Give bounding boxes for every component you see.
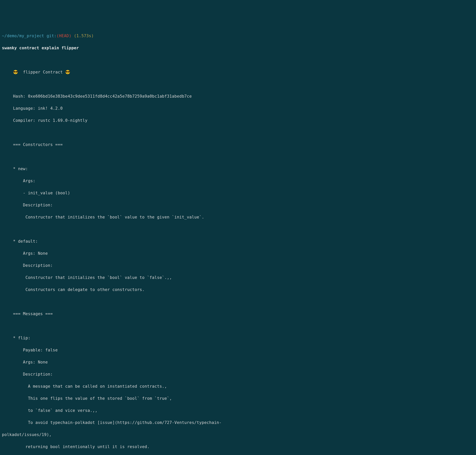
message-flip-desc-1: A message that can be called on instanti…: [2, 383, 474, 390]
blank-line: [2, 226, 474, 233]
terminal-output[interactable]: ~/demo/my_project git:(HEAD) (1.573s) sw…: [2, 27, 474, 455]
message-flip-desc-label: Description:: [2, 371, 474, 377]
prompt-line: ~/demo/my_project git:(HEAD) (1.573s): [2, 33, 474, 39]
message-flip-name: * flip:: [2, 335, 474, 341]
blank-line: [2, 299, 474, 305]
message-flip-desc-5: returning bool intentionally until it is…: [2, 444, 474, 450]
hash-value: 0xe606bd16e383be43c9dee5311fd8d4cc42a5e7…: [28, 94, 192, 99]
blank-line: [2, 154, 474, 160]
constructor-new-desc-label: Description:: [2, 202, 474, 208]
compiler-line: Compiler: rustc 1.69.0-nightly: [2, 118, 474, 124]
compiler-label: Compiler:: [13, 118, 38, 123]
constructor-new-name: * new:: [2, 166, 474, 172]
compiler-value: rustc 1.69.0-nightly: [38, 118, 88, 123]
hash-label: Hash:: [13, 94, 28, 99]
constructor-default-desc-label: Description:: [2, 263, 474, 269]
contract-title: 😎 flipper Contract 😎: [2, 69, 474, 75]
blank-line: [2, 323, 474, 329]
blank-line: [2, 57, 474, 63]
constructor-default-name: * default:: [2, 238, 474, 244]
message-flip-desc-3: to `false` and vice versa.,,: [2, 408, 474, 414]
hash-line: Hash: 0xe606bd16e383be43c9dee5311fd8d4cc…: [2, 93, 474, 99]
message-flip-payable: Payable: false: [2, 347, 474, 353]
language-label: Language:: [13, 106, 38, 111]
constructor-default-args: Args: None: [2, 251, 474, 257]
constructor-new-args-1: - init_value (bool): [2, 190, 474, 196]
constructor-new-args-label: Args:: [2, 178, 474, 184]
prompt-timing: (1.573s): [71, 33, 94, 38]
message-flip-desc-2: This one flips the value of the stored `…: [2, 396, 474, 402]
git-label: git:: [44, 33, 56, 38]
constructors-header: === Constructors ===: [2, 142, 474, 148]
constructor-default-desc-1: Constructor that initializes the `bool` …: [2, 275, 474, 281]
blank-line: [2, 81, 474, 88]
message-flip-args: Args: None: [2, 359, 474, 366]
language-value: ink! 4.2.0: [38, 106, 63, 111]
messages-header: === Messages ===: [2, 311, 474, 317]
message-flip-desc-4a: To avoid typechain-polkadot [issue](http…: [2, 420, 474, 426]
constructor-default-desc-2: Constructors can delegate to other const…: [2, 287, 474, 293]
git-branch: (HEAD): [56, 33, 72, 38]
blank-line: [2, 130, 474, 136]
message-flip-desc-4b: polkadot/issues/19),: [2, 432, 474, 438]
constructor-new-desc-1: Constructor that initializes the `bool` …: [2, 214, 474, 220]
prompt-path: ~/demo/my_project: [2, 33, 44, 38]
command-line: swanky contract explain flipper: [2, 45, 474, 51]
language-line: Language: ink! 4.2.0: [2, 106, 474, 112]
